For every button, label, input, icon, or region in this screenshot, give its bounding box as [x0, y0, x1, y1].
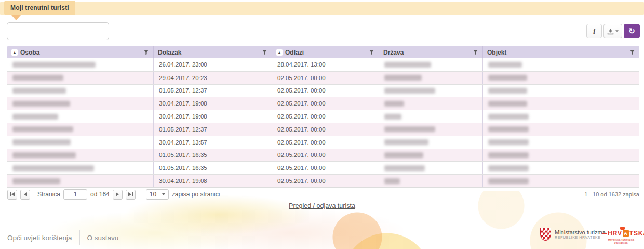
table-row[interactable]: 30.04.2017. 13:57 02.05.2017. 00:00 [7, 136, 639, 149]
cell-drzava-redacted [379, 85, 483, 97]
filter-button[interactable] [473, 49, 478, 55]
cell-odlazi: 02.05.2017. 00:00 [272, 136, 379, 149]
redacted-text [384, 165, 425, 171]
cell-objekt-redacted[interactable] [483, 72, 639, 84]
table-row[interactable]: 01.05.2017. 16:35 02.05.2017. 00:00 [7, 149, 639, 162]
croatian-coat-of-arms-icon [540, 228, 551, 241]
cell-objekt-redacted[interactable] [483, 110, 639, 123]
table-row[interactable]: 01.05.2017. 12:37 02.05.2017. 00:00 [7, 84, 639, 97]
table-row[interactable]: 01.05.2017. 16:35 02.05.2017. 00:00 [7, 161, 639, 174]
cell-drzava-redacted [379, 149, 483, 162]
first-page-button[interactable] [7, 190, 17, 200]
cell-drzava-redacted [379, 58, 483, 71]
column-header-objekt[interactable]: ▲ Objekt [483, 46, 639, 58]
redacted-text [488, 114, 529, 120]
last-page-button[interactable] [126, 190, 136, 200]
redacted-text [488, 126, 529, 132]
cell-osoba-redacted[interactable] [7, 97, 154, 110]
cell-objekt-redacted[interactable] [483, 123, 639, 136]
cell-odlazi: 02.05.2017. 00:00 [272, 123, 379, 136]
cell-objekt-redacted[interactable] [483, 136, 639, 149]
redacted-text [488, 88, 527, 94]
cell-osoba-redacted[interactable] [7, 136, 154, 149]
cell-odlazi: 02.05.2017. 00:00 [272, 162, 379, 174]
cell-dolazak: 01.05.2017. 16:35 [154, 162, 272, 174]
redacted-text [384, 139, 428, 145]
cell-dolazak: 26.04.2017. 23:00 [154, 58, 272, 71]
redacted-text [488, 178, 529, 184]
export-button[interactable] [603, 24, 622, 38]
tab-label: Moji trenutni turisti [10, 4, 69, 11]
next-page-button[interactable] [113, 190, 123, 200]
redacted-text [488, 165, 529, 171]
column-label: Država [383, 49, 404, 56]
cell-objekt-redacted[interactable] [483, 85, 639, 97]
column-header-dolazak[interactable]: ▲ Dolazak [154, 46, 272, 58]
download-icon [607, 28, 614, 35]
cell-osoba-redacted[interactable] [7, 175, 154, 187]
cell-objekt-redacted[interactable] [483, 58, 639, 71]
refresh-button[interactable]: ↻ [624, 24, 640, 38]
cell-osoba-redacted[interactable] [7, 123, 154, 136]
cell-osoba-redacted[interactable] [7, 162, 154, 174]
filter-icon [369, 49, 374, 55]
cell-dolazak: 30.04.2017. 13:57 [154, 136, 272, 149]
cell-osoba-redacted[interactable] [7, 85, 154, 97]
page-number-input[interactable] [63, 189, 87, 200]
records-range-label: 1 - 10 od 1632 zapisa [584, 191, 639, 198]
filter-icon [473, 49, 478, 55]
tab-moji-trenutni-turisti[interactable]: Moji trenutni turisti [4, 1, 75, 15]
next-page-icon [116, 192, 119, 196]
cell-osoba-redacted[interactable] [7, 110, 154, 123]
page: Moji trenutni turisti i ↻ ▲ Osoba [0, 0, 644, 249]
htz-a-square-icon: A [623, 230, 629, 237]
cell-drzava-redacted [379, 123, 483, 136]
redacted-text [384, 126, 435, 132]
redacted-text [384, 101, 404, 107]
search-input[interactable] [7, 22, 109, 40]
cell-objekt-redacted[interactable] [483, 149, 639, 162]
last-page-icon [132, 192, 133, 196]
total-pages-label: od 164 [90, 191, 110, 198]
cell-osoba-redacted[interactable] [7, 149, 154, 162]
cell-osoba-redacted[interactable] [7, 72, 154, 84]
table-row[interactable]: 30.04.2017. 19:08 02.05.2017. 00:00 [7, 174, 639, 187]
cell-drzava-redacted [379, 175, 483, 187]
redacted-text [384, 62, 431, 68]
info-button[interactable]: i [586, 24, 602, 38]
column-label: Objekt [487, 49, 506, 56]
filter-button[interactable] [143, 49, 149, 55]
cell-osoba-redacted[interactable] [7, 58, 154, 71]
redacted-text [488, 152, 529, 158]
cell-objekt-redacted[interactable] [483, 97, 639, 110]
redacted-text [12, 152, 76, 158]
page-label: Stranica [37, 191, 60, 198]
about-system-link[interactable]: O sustavu [87, 234, 119, 242]
table-header: ▲ Osoba ▲ Dolazak ▲ Odlazi [7, 46, 639, 58]
cell-objekt-redacted[interactable] [483, 175, 639, 187]
column-header-drzava[interactable]: ▲ Država [379, 46, 483, 58]
page-size-label: zapisa po stranici [172, 191, 220, 198]
cell-objekt-redacted[interactable] [483, 162, 639, 174]
cell-drzava-redacted [379, 136, 483, 149]
table-row[interactable]: 26.04.2017. 23:00 28.04.2017. 13:00 [7, 58, 639, 71]
redacted-text [488, 101, 527, 107]
column-header-odlazi[interactable]: ▲ Odlazi [272, 46, 379, 58]
redacted-text [384, 75, 422, 81]
terms-of-use-link[interactable]: Opći uvjeti korištenja [7, 234, 72, 242]
previous-page-button[interactable] [20, 190, 30, 200]
table-row[interactable]: 01.05.2017. 12:37 02.05.2017. 00:00 [7, 123, 639, 136]
pregled-odjava-turista-link[interactable]: Pregled / odjava turista [289, 202, 355, 209]
filter-button[interactable] [262, 49, 267, 55]
table-row[interactable]: 30.04.2017. 19:08 02.05.2017. 00:00 [7, 97, 639, 110]
cell-odlazi: 02.05.2017. 00:00 [272, 85, 379, 97]
cell-dolazak: 30.04.2017. 19:08 [154, 110, 272, 123]
table-row[interactable]: 29.04.2017. 20:23 02.05.2017. 00:00 [7, 71, 639, 84]
cell-dolazak: 01.05.2017. 12:37 [154, 123, 272, 136]
footer-separator [79, 230, 80, 245]
filter-button[interactable] [369, 49, 374, 55]
page-size-select[interactable]: 10 [146, 189, 169, 200]
column-header-osoba[interactable]: ▲ Osoba [7, 46, 154, 58]
filter-button[interactable] [629, 49, 635, 55]
table-row[interactable]: 30.04.2017. 19:08 02.05.2017. 00:00 [7, 110, 639, 123]
